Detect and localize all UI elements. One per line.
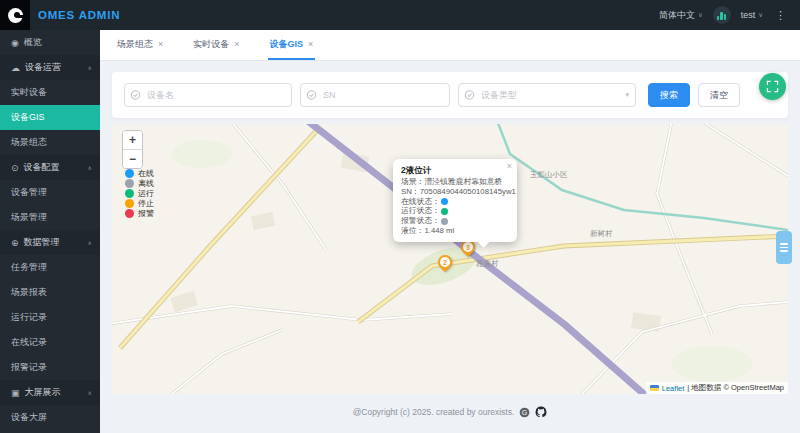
device-type-select[interactable] (458, 83, 636, 107)
tab-realtime-devices[interactable]: 实时设备× (191, 30, 241, 60)
chevron-up-icon: ∧ (88, 64, 92, 71)
database-icon: ⊕ (11, 238, 19, 248)
leaflet-link[interactable]: Leaflet (662, 384, 685, 393)
status-dot-alarm (125, 209, 134, 218)
main-area: 场景组态× 实时设备× 设备GIS× (100, 30, 800, 433)
drawer-handle[interactable] (776, 231, 792, 264)
user-menu[interactable]: test ∨ (741, 10, 763, 20)
device-type-select-wrap: ▾ (458, 83, 636, 107)
status-dot-offline (125, 179, 134, 188)
popup-title: 2液位计 (401, 165, 509, 175)
zoom-out-button[interactable]: − (123, 150, 142, 168)
sidebar-item-online-records[interactable]: 在线记录 (0, 330, 100, 355)
sidebar-item-task-management[interactable]: 任务管理 (0, 255, 100, 280)
attribution-text: | 地图数据 © OpenStreetMap (687, 383, 784, 393)
chevron-down-icon: ∨ (698, 11, 703, 19)
copyright-text: @Copyright (c) 2025. created by ourexist… (353, 407, 515, 417)
sidebar-item-overview[interactable]: ◉概览 (0, 30, 100, 55)
circle-check-icon (464, 90, 475, 101)
legend-item: 报警 (125, 208, 154, 218)
sidebar-item-scene-report[interactable]: 场景报表 (0, 280, 100, 305)
ukraine-flag-icon (650, 385, 659, 391)
sidebar-group-big-screen[interactable]: ▣大屏展示∧ (0, 380, 100, 405)
status-dot-running (125, 189, 134, 198)
language-switcher[interactable]: 简体中文 ∨ (659, 9, 703, 22)
dashboard-icon: ◉ (11, 38, 19, 48)
tab-bar: 场景组态× 实时设备× 设备GIS× (100, 30, 800, 61)
clear-button[interactable]: 清空 (698, 83, 740, 107)
popup-row-sn: SN：7050849044050108145yw1 (401, 187, 509, 197)
chevron-up-icon: ∧ (88, 164, 92, 171)
popup-row-scene: 场景：漕泾镇雅鹿村靠如意桥 (401, 177, 509, 187)
map-place-label: 玉影山小区 (530, 170, 568, 180)
tab-scene-config[interactable]: 场景组态× (115, 30, 165, 60)
sidebar-item-run-records[interactable]: 运行记录 (0, 305, 100, 330)
status-dot-online (441, 198, 448, 205)
popup-row-alarm-status: 报警状态： (401, 216, 509, 226)
map-legend: 在线 离线 运行 停止 报警 (125, 168, 154, 218)
sidebar-item-realtime-devices[interactable]: 实时设备 (0, 80, 100, 105)
sidebar-item-alarm-records[interactable]: 报警记录 (0, 355, 100, 380)
sidebar-group-data-management[interactable]: ⊕数据管理∧ (0, 230, 100, 255)
zoom-in-button[interactable]: + (123, 131, 142, 150)
sidebar-item-scene-management[interactable]: 场景管理 (0, 205, 100, 230)
legend-item: 在线 (125, 168, 154, 178)
circle-check-icon (130, 90, 141, 101)
svg-text:G: G (522, 408, 527, 415)
expand-icon (766, 80, 779, 93)
sidebar-item-scene-config[interactable]: 场景组态 (0, 130, 100, 155)
language-label: 简体中文 (659, 9, 695, 22)
github-icon[interactable] (535, 406, 547, 418)
sidebar-group-device-config[interactable]: ⊙设备配置∧ (0, 155, 100, 180)
chevron-down-icon: ∨ (758, 11, 763, 19)
search-card: ▾ 搜索 清空 (112, 72, 788, 118)
legend-item: 停止 (125, 198, 154, 208)
sidebar: ◉概览 ☁设备运营∧ 实时设备 设备GIS 场景组态 ⊙设备配置∧ 设备管理 场… (0, 30, 100, 433)
sidebar-item-device-management[interactable]: 设备管理 (0, 180, 100, 205)
device-name-field-wrap (124, 83, 292, 107)
gear-icon: ⊙ (11, 163, 19, 173)
tab-device-gis[interactable]: 设备GIS× (268, 30, 316, 60)
legend-item: 运行 (125, 188, 154, 198)
fullscreen-button[interactable] (759, 73, 786, 100)
device-popup: × 2液位计 场景：漕泾镇雅鹿村靠如意桥 SN：7050849044050108… (393, 159, 517, 242)
map-zoom-control: + − (122, 130, 143, 169)
sn-input[interactable] (300, 83, 450, 107)
page-footer: @Copyright (c) 2025. created by ourexist… (112, 394, 788, 430)
popup-row-online-status: 在线状态： (401, 197, 509, 207)
more-menu-icon[interactable]: ⋮ (773, 9, 788, 22)
map-attribution: Leaflet | 地图数据 © OpenStreetMap (646, 382, 788, 394)
sn-field-wrap (300, 83, 450, 107)
avatar[interactable] (713, 6, 731, 24)
map[interactable]: + − 在线 离线 运行 停止 报警 玉影山小区 新树村 雅鹿村 3 2 × 2 (112, 124, 788, 394)
logo-icon (8, 8, 23, 23)
popup-row-running-status: 运行状态： (401, 206, 509, 216)
device-name-input[interactable] (124, 83, 292, 107)
close-icon[interactable]: × (507, 161, 512, 171)
sidebar-item-device-gis[interactable]: 设备GIS (0, 105, 100, 130)
close-icon[interactable]: × (158, 39, 163, 49)
close-icon[interactable]: × (308, 39, 313, 49)
username: test (741, 10, 756, 20)
logo[interactable] (0, 0, 30, 30)
hamburger-icon (780, 243, 788, 245)
app-header: OMES ADMIN 简体中文 ∨ test ∨ ⋮ (0, 0, 800, 30)
close-icon[interactable]: × (234, 39, 239, 49)
cloud-icon: ☁ (11, 63, 20, 73)
circle-check-icon (306, 90, 317, 101)
status-dot-stopped (125, 199, 134, 208)
status-dot-alarm (441, 218, 448, 225)
sidebar-item-device-screen[interactable]: 设备大屏 (0, 405, 100, 430)
legend-item: 离线 (125, 178, 154, 188)
popup-row-level: 液位：1.448 ml (401, 226, 509, 236)
map-place-label: 新树村 (590, 229, 613, 239)
gitee-icon[interactable]: G (519, 407, 530, 418)
status-dot-online (125, 169, 134, 178)
search-button[interactable]: 搜索 (648, 83, 690, 107)
sidebar-group-device-operation[interactable]: ☁设备运营∧ (0, 55, 100, 80)
app-title: OMES ADMIN (38, 9, 120, 21)
chevron-up-icon: ∧ (88, 239, 92, 246)
monitor-icon: ▣ (11, 388, 20, 398)
chevron-down-icon: ▾ (625, 91, 629, 99)
page-content: ▾ 搜索 清空 (100, 61, 800, 430)
